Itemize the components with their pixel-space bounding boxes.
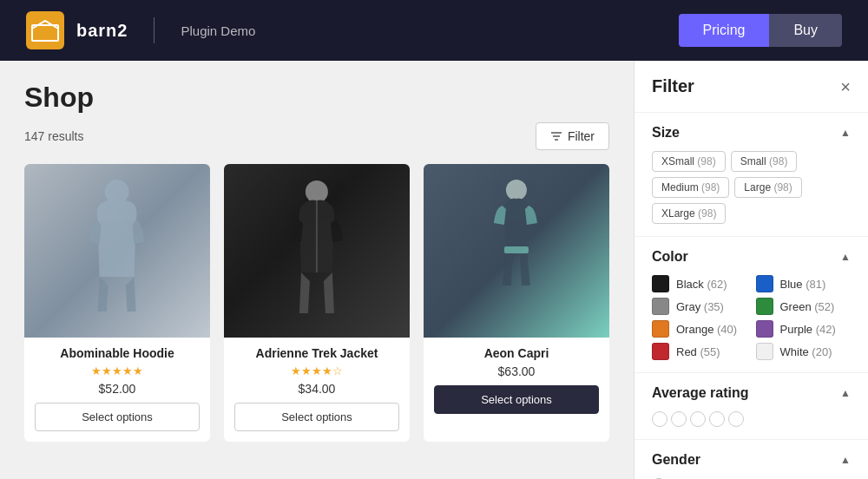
black-swatch xyxy=(652,275,669,292)
rating-section-title: Average rating xyxy=(652,385,748,401)
orange-swatch xyxy=(652,320,669,338)
color-label: Orange (40) xyxy=(676,323,737,336)
product-info-jacket: Adrienne Trek Jacket ★★★★☆ $34.00 Select… xyxy=(224,338,410,442)
select-options-button[interactable]: Select options xyxy=(35,403,200,431)
results-count: 147 results xyxy=(24,129,83,143)
filter-section-rating: Average rating ▲ xyxy=(635,373,868,440)
product-name: Aeon Capri xyxy=(434,346,599,360)
color-label: Blue (81) xyxy=(780,278,826,291)
filter-button[interactable]: Filter xyxy=(536,122,609,150)
pricing-button[interactable]: Pricing xyxy=(679,14,770,47)
rating-star-3[interactable] xyxy=(690,411,706,427)
size-chevron-icon: ▲ xyxy=(840,127,851,139)
buy-button[interactable]: Buy xyxy=(769,14,842,47)
select-options-button[interactable]: Select options xyxy=(434,385,599,414)
size-tag[interactable]: XLarge (98) xyxy=(652,203,726,224)
product-stars: ★★★★☆ xyxy=(234,364,399,377)
purple-swatch xyxy=(756,320,773,338)
shop-area: Shop 147 results Filter xyxy=(0,61,634,479)
color-label: Green (52) xyxy=(780,300,835,313)
rating-chevron-icon: ▲ xyxy=(840,387,851,399)
logo-text: barn2 xyxy=(76,21,128,41)
filter-icon xyxy=(550,130,562,142)
filter-panel: Filter × Size ▲ XSmall (98) Small (98) M… xyxy=(634,61,868,479)
rating-star-4[interactable] xyxy=(709,411,725,427)
color-grid: Black (62) Blue (81) Gray (35) Green (52… xyxy=(652,275,851,360)
logo-area: barn2 Plugin Demo xyxy=(26,11,255,49)
jacket-figure xyxy=(252,173,382,329)
color-option-black[interactable]: Black (62) xyxy=(652,275,747,292)
product-image-capri xyxy=(424,164,609,338)
color-option-blue[interactable]: Blue (81) xyxy=(756,275,852,292)
product-info-capri: Aeon Capri $63.00 Select options xyxy=(424,338,609,424)
svg-point-4 xyxy=(105,180,129,204)
rating-star-2[interactable] xyxy=(671,411,687,427)
hoodie-figure xyxy=(43,173,191,329)
filter-panel-title: Filter xyxy=(652,76,694,96)
product-card: Adrienne Trek Jacket ★★★★☆ $34.00 Select… xyxy=(224,164,410,442)
products-grid: Abominable Hoodie ★★★★★ $52.00 Select op… xyxy=(24,164,609,442)
size-tag[interactable]: Large (98) xyxy=(734,177,801,198)
filter-close-button[interactable]: × xyxy=(840,78,851,95)
size-tag[interactable]: Medium (98) xyxy=(652,177,729,198)
color-label: Gray (35) xyxy=(676,300,724,313)
size-tag[interactable]: XSmall (98) xyxy=(652,151,726,172)
gender-chevron-icon: ▲ xyxy=(840,454,851,466)
select-options-button[interactable]: Select options xyxy=(234,403,399,431)
product-image-hoodie xyxy=(24,164,210,338)
color-option-green[interactable]: Green (52) xyxy=(756,298,852,315)
gender-section-header[interactable]: Gender ▲ xyxy=(652,452,851,468)
main-content: Shop 147 results Filter xyxy=(0,61,868,479)
size-tags: XSmall (98) Small (98) Medium (98) Large… xyxy=(652,151,851,224)
product-price: $34.00 xyxy=(234,382,399,396)
color-section-header[interactable]: Color ▲ xyxy=(652,249,851,265)
product-image-jacket xyxy=(224,164,410,338)
color-option-gray[interactable]: Gray (35) xyxy=(652,298,747,315)
filter-btn-label: Filter xyxy=(568,129,595,143)
product-info-hoodie: Abominable Hoodie ★★★★★ $52.00 Select op… xyxy=(24,338,210,442)
color-option-white[interactable]: White (20) xyxy=(756,343,852,360)
product-price: $52.00 xyxy=(35,382,200,396)
white-swatch xyxy=(756,343,773,360)
filter-section-size: Size ▲ XSmall (98) Small (98) Medium (98… xyxy=(635,113,868,237)
product-name: Adrienne Trek Jacket xyxy=(234,346,399,360)
color-label: White (20) xyxy=(780,345,832,358)
product-stars: ★★★★★ xyxy=(35,364,200,377)
size-section-title: Size xyxy=(652,125,680,141)
size-tag[interactable]: Small (98) xyxy=(731,151,798,172)
color-label: Black (62) xyxy=(676,278,727,291)
logo-icon xyxy=(26,11,64,49)
color-chevron-icon: ▲ xyxy=(840,251,851,263)
rating-section-header[interactable]: Average rating ▲ xyxy=(652,385,851,401)
svg-point-5 xyxy=(306,180,328,203)
color-option-orange[interactable]: Orange (40) xyxy=(652,320,747,338)
plugin-demo-label: Plugin Demo xyxy=(181,23,255,38)
svg-rect-8 xyxy=(504,246,529,253)
product-card: Aeon Capri $63.00 Select options xyxy=(424,164,609,442)
nav-divider xyxy=(154,17,155,43)
color-label: Purple (42) xyxy=(780,323,836,336)
svg-point-7 xyxy=(506,180,527,200)
size-section-header[interactable]: Size ▲ xyxy=(652,125,851,141)
shop-title: Shop xyxy=(24,82,609,114)
gender-section-title: Gender xyxy=(652,452,700,468)
product-price: $63.00 xyxy=(434,364,599,378)
color-label: Red (55) xyxy=(676,345,720,358)
product-card: Abominable Hoodie ★★★★★ $52.00 Select op… xyxy=(24,164,210,442)
color-option-red[interactable]: Red (55) xyxy=(652,343,747,360)
capri-figure xyxy=(451,173,582,329)
top-nav: barn2 Plugin Demo Pricing Buy xyxy=(0,0,868,61)
filter-section-gender: Gender ▲ Men (72) Women (75) xyxy=(635,440,868,479)
gray-swatch xyxy=(652,298,669,315)
rating-stars xyxy=(652,411,851,427)
color-section-title: Color xyxy=(652,249,688,265)
nav-buttons: Pricing Buy xyxy=(679,14,842,47)
blue-swatch xyxy=(756,275,773,292)
color-option-purple[interactable]: Purple (42) xyxy=(756,320,852,338)
rating-star-5[interactable] xyxy=(728,411,744,427)
rating-star-1[interactable] xyxy=(652,411,667,427)
product-name: Abominable Hoodie xyxy=(35,346,200,360)
filter-header: Filter × xyxy=(635,61,868,113)
filter-section-color: Color ▲ Black (62) Blue (81) Gray (35) xyxy=(635,237,868,373)
red-swatch xyxy=(652,343,669,360)
